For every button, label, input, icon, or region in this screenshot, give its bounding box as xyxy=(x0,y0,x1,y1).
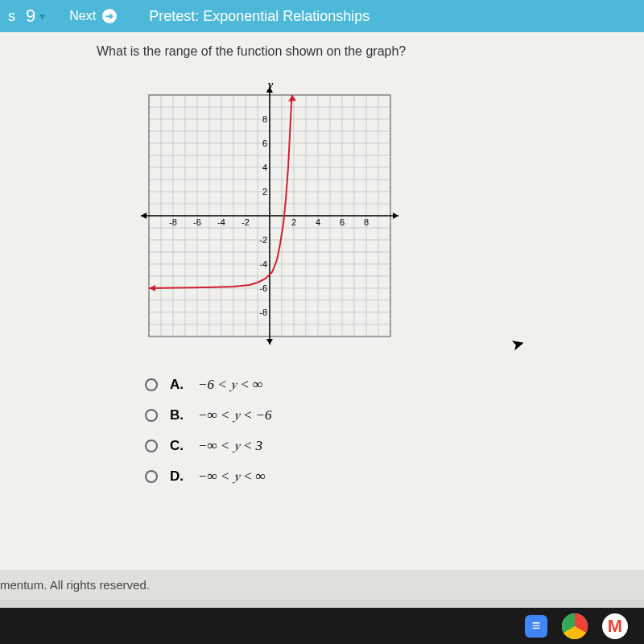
option-text: −∞ < 𝑦 < 3 xyxy=(198,438,262,454)
svg-text:x: x xyxy=(402,210,402,222)
header-bar: s 9 ▾ Next ➜ Pretest: Exponential Relati… xyxy=(0,0,644,32)
next-button[interactable]: Next ➜ xyxy=(69,9,117,23)
option-text: −∞ < 𝑦 < ∞ xyxy=(198,469,266,485)
radio-icon[interactable] xyxy=(145,470,158,483)
svg-text:8: 8 xyxy=(364,217,369,227)
svg-text:-4: -4 xyxy=(217,217,225,227)
answer-option-d[interactable]: D. −∞ < 𝑦 < ∞ xyxy=(145,469,628,485)
svg-text:2: 2 xyxy=(291,217,296,227)
footer: mentum. All rights reserved. xyxy=(0,570,644,600)
chrome-icon[interactable] xyxy=(562,613,588,639)
question-number[interactable]: 9 xyxy=(26,6,35,27)
option-text: −6 < 𝑦 < ∞ xyxy=(198,377,262,393)
option-label: A. xyxy=(170,377,186,393)
svg-text:-8: -8 xyxy=(169,217,177,227)
svg-text:6: 6 xyxy=(262,138,267,148)
radio-icon[interactable] xyxy=(145,409,158,422)
svg-text:y: y xyxy=(266,79,274,91)
answer-option-a[interactable]: A. −6 < 𝑦 < ∞ xyxy=(145,377,628,393)
option-label: D. xyxy=(170,469,186,485)
content-area: What is the range of the function shown … xyxy=(0,32,644,580)
svg-marker-45 xyxy=(393,213,398,219)
s-prefix: s xyxy=(8,8,15,25)
option-label: C. xyxy=(170,438,186,454)
chevron-down-icon[interactable]: ▾ xyxy=(39,10,45,23)
svg-text:-4: -4 xyxy=(259,259,267,269)
svg-text:6: 6 xyxy=(340,217,345,227)
graph: y x -8-6 -4-2 24 68 86 42 -2-4 -6-8 xyxy=(137,79,402,353)
docs-icon[interactable]: ≡ xyxy=(525,615,547,638)
taskbar: ≡ M xyxy=(0,608,644,644)
svg-marker-68 xyxy=(288,95,296,101)
svg-marker-48 xyxy=(266,339,273,345)
next-label: Next xyxy=(69,9,96,23)
arrow-right-icon: ➜ xyxy=(102,9,117,23)
question-text: What is the range of the function shown … xyxy=(97,44,628,59)
svg-marker-46 xyxy=(141,213,147,219)
svg-text:-2: -2 xyxy=(259,235,267,245)
svg-text:-2: -2 xyxy=(242,217,250,227)
gmail-icon[interactable]: M xyxy=(602,613,628,639)
option-text: −∞ < 𝑦 < −6 xyxy=(198,407,272,423)
svg-text:-6: -6 xyxy=(193,217,201,227)
svg-text:-6: -6 xyxy=(259,283,267,293)
svg-text:2: 2 xyxy=(262,187,267,196)
option-label: B. xyxy=(170,407,186,423)
radio-icon[interactable] xyxy=(145,378,158,391)
graph-svg: y x -8-6 -4-2 24 68 86 42 -2-4 -6-8 xyxy=(137,79,402,353)
answer-list: A. −6 < 𝑦 < ∞ B. −∞ < 𝑦 < −6 C. −∞ < 𝑦 <… xyxy=(145,377,628,485)
answer-option-b[interactable]: B. −∞ < 𝑦 < −6 xyxy=(145,407,628,423)
svg-text:4: 4 xyxy=(262,163,267,172)
page-title: Pretest: Exponential Relationships xyxy=(149,8,369,25)
svg-text:-8: -8 xyxy=(259,308,267,317)
svg-marker-67 xyxy=(149,285,155,291)
radio-icon[interactable] xyxy=(145,440,158,452)
svg-text:4: 4 xyxy=(316,217,320,227)
answer-option-c[interactable]: C. −∞ < 𝑦 < 3 xyxy=(145,438,628,454)
svg-text:8: 8 xyxy=(262,114,267,124)
